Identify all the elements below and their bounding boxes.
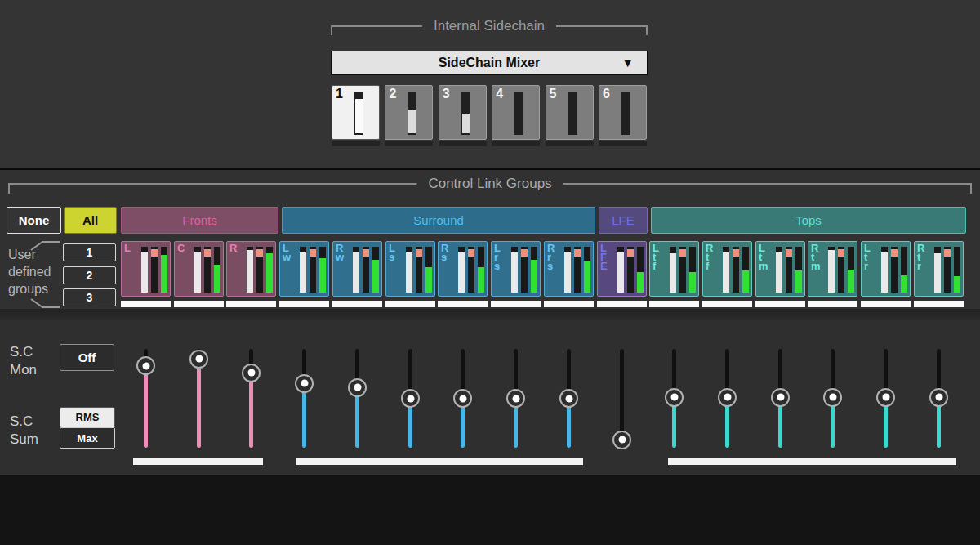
channel-link-bar-L[interactable] (121, 301, 171, 307)
channel-box-L[interactable]: L (121, 241, 171, 297)
peak-meter-fill (204, 249, 211, 257)
channel-box-Rtr[interactable]: Rtr (914, 241, 964, 297)
channel-box-Rtm[interactable]: Rtm (808, 241, 858, 297)
channel-box-Rtf[interactable]: Rtf (702, 241, 752, 297)
sidechain-mixer-dropdown[interactable]: SideChain Mixer ▼ (331, 51, 648, 75)
sidechain-slot-4[interactable]: 4 (492, 85, 540, 140)
channel-Rw-green-meter (372, 247, 379, 293)
channel-Rtm-green-meter (848, 247, 854, 293)
sc-mon-off-button[interactable]: Off (60, 344, 114, 371)
slider-knob-Rw[interactable] (348, 378, 367, 397)
slider-knob-Rrs[interactable] (559, 389, 578, 408)
slider-knob-dot (565, 395, 572, 402)
slider-knob-Rtr[interactable] (929, 388, 948, 407)
channel-label-Lw: Lw (283, 243, 291, 261)
channel-Rw-level-meter (353, 247, 359, 293)
slider-track-Lw[interactable] (302, 349, 306, 448)
peak-meter-fill (521, 249, 528, 257)
channel-L-level-meter (141, 247, 148, 293)
channel-link-bar-C[interactable] (174, 301, 224, 307)
group-header-surround[interactable]: Surround (282, 207, 595, 234)
channel-box-Ls[interactable]: Ls (385, 241, 435, 297)
all-button[interactable]: All (64, 207, 117, 234)
channel-box-C[interactable]: C (174, 241, 224, 297)
channel-box-R[interactable]: R (226, 241, 276, 297)
sidechain-slot-meter-fill (462, 114, 470, 134)
sidechain-slot-2[interactable]: 2 (385, 85, 433, 140)
channel-Ls-level-meter (406, 247, 412, 293)
peak-meter-fill (891, 249, 898, 257)
slider-knob-L[interactable] (136, 356, 155, 375)
channel-link-bar-Rtr[interactable] (914, 301, 964, 307)
slider-knob-Lw[interactable] (295, 374, 314, 393)
group-header-tops[interactable]: Tops (651, 207, 966, 234)
slider-track-Rw[interactable] (355, 349, 359, 448)
sc-sum-label: S.C Sum (10, 413, 47, 449)
channel-box-Lw[interactable]: Lw (279, 241, 329, 297)
slider-knob-C[interactable] (189, 350, 208, 369)
channel-link-bar-Rs[interactable] (438, 301, 488, 307)
channel-link-bar-Lw[interactable] (279, 301, 329, 307)
channel-link-bar-Ls[interactable] (385, 301, 435, 307)
channel-Lrs-green-meter (531, 247, 537, 293)
slider-knob-R[interactable] (242, 364, 261, 382)
slider-knob-Lrs[interactable] (506, 389, 525, 408)
slider-knob-dot (512, 395, 519, 402)
channel-box-Ltf[interactable]: Ltf (649, 241, 699, 297)
green-meter-fill (742, 270, 749, 293)
channel-Ltm-level-meter (776, 247, 782, 293)
channel-link-bar-Lrs[interactable] (491, 301, 541, 307)
level-meter-fill (670, 253, 676, 293)
slider-knob-dot (777, 394, 784, 401)
channel-link-bar-R[interactable] (226, 301, 276, 307)
slider-knob-Ltf[interactable] (665, 388, 684, 407)
channel-link-bar-LFE[interactable] (597, 301, 647, 307)
slider-knob-Ltr[interactable] (876, 388, 895, 407)
slider-knob-LFE[interactable] (612, 431, 631, 449)
channel-box-Ltr[interactable]: Ltr (861, 241, 911, 297)
channel-box-Ltm[interactable]: Ltm (755, 241, 805, 297)
sc-mon-label: S.C Mon (10, 343, 47, 379)
channel-link-bar-Rrs[interactable] (544, 301, 594, 307)
group-slider-bar-tops (668, 458, 956, 465)
channel-link-bar-Ltm[interactable] (755, 301, 805, 307)
channel-label-Lrs: Lrs (494, 243, 501, 270)
slider-knob-Ltm[interactable] (771, 388, 790, 407)
sidechain-slot-5[interactable]: 5 (546, 85, 594, 140)
group-header-fronts[interactable]: Fronts (121, 207, 278, 234)
channel-R-level-meter (247, 247, 253, 293)
channel-box-Rw[interactable]: Rw (332, 241, 382, 297)
channel-box-Rs[interactable]: Rs (438, 241, 488, 297)
sc-sum-max-button[interactable]: Max (60, 427, 115, 449)
slider-knob-Rs[interactable] (453, 389, 472, 408)
channel-link-bar-Ltr[interactable] (861, 301, 911, 307)
sidechain-slot-3[interactable]: 3 (439, 85, 487, 140)
slider-knob-Rtf[interactable] (718, 388, 737, 407)
channel-link-bar-Rtf[interactable] (702, 301, 752, 307)
channel-box-Lrs[interactable]: Lrs (491, 241, 541, 297)
user-group-button-3[interactable]: 3 (63, 288, 116, 306)
user-group-button-1[interactable]: 1 (63, 243, 116, 261)
channel-box-Rrs[interactable]: Rrs (544, 241, 594, 297)
channel-C-peak-meter (204, 247, 211, 293)
channel-box-LFE[interactable]: LFE (597, 241, 647, 297)
green-meter-fill (266, 253, 273, 293)
channel-link-bar-Rtm[interactable] (808, 301, 858, 307)
level-meter-fill (828, 250, 835, 293)
group-header-lfe[interactable]: LFE (599, 207, 648, 234)
slider-knob-Rtm[interactable] (823, 388, 842, 407)
channel-label-Rs: Rs (441, 243, 448, 261)
channel-Rw-peak-meter (363, 247, 369, 293)
none-button[interactable]: None (7, 207, 61, 234)
channel-LFE-peak-meter (627, 247, 634, 293)
channel-Rrs-peak-meter (574, 247, 581, 293)
slider-knob-Ls[interactable] (401, 389, 420, 408)
user-group-button-2[interactable]: 2 (63, 266, 116, 284)
sidechain-slot-6[interactable]: 6 (599, 85, 647, 140)
channel-link-bar-Ltf[interactable] (649, 301, 699, 307)
sidechain-slot-1[interactable]: 1 (332, 85, 380, 140)
sidechain-slot-shadow (492, 141, 540, 146)
sc-sum-rms-button[interactable]: RMS (60, 407, 115, 427)
channel-link-bar-Rw[interactable] (332, 301, 382, 307)
peak-meter-fill (363, 249, 369, 257)
